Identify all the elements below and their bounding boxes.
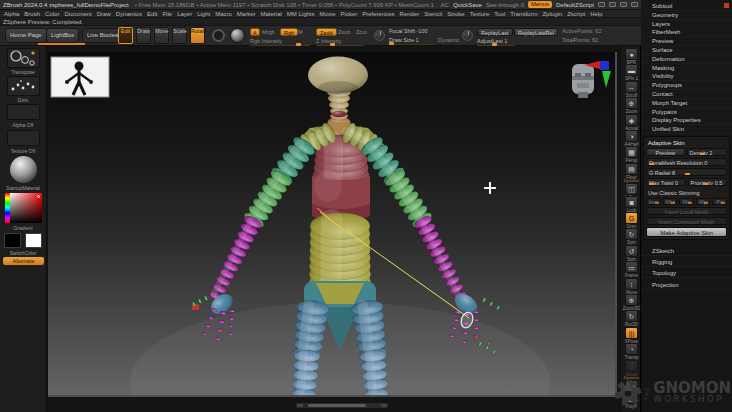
canvas-scrollbar[interactable] xyxy=(296,403,388,408)
saturation-value-square[interactable] xyxy=(10,193,42,223)
use-classic-skinning-label[interactable]: Use Classic Skinning xyxy=(646,190,700,196)
proximity-slider[interactable]: Proximity 0.5 xyxy=(688,178,728,186)
density-slider[interactable]: Density 2 xyxy=(687,148,728,156)
screen-layout-icon[interactable] xyxy=(598,2,605,7)
menu-alpha[interactable]: Alpha xyxy=(4,11,19,17)
menu-dynamics[interactable]: Dynamics xyxy=(116,11,142,17)
tool-panel-section-geometry[interactable]: Geometry xyxy=(641,11,732,20)
tool-panel-section-zsketch[interactable]: ZSketch xyxy=(641,246,732,256)
menu-tool[interactable]: Tool xyxy=(494,11,505,17)
bpr-shelf-button[interactable]: ●BPR xyxy=(621,48,642,65)
tool-panel-section-layers[interactable]: Layers xyxy=(641,20,732,29)
menu-draw[interactable]: Draw xyxy=(97,11,111,17)
menu-macro[interactable]: Macro xyxy=(215,11,232,17)
alpha-thumbnail[interactable] xyxy=(7,104,40,120)
scale-mode-button[interactable]: Scale xyxy=(172,27,187,44)
replay-last-button[interactable]: ReplayLast xyxy=(477,28,513,36)
edit-mode-button[interactable]: Edit xyxy=(118,27,133,44)
rgb-toggle[interactable]: Rgb xyxy=(280,28,298,36)
menu-light[interactable]: Light xyxy=(197,11,210,17)
menu-help[interactable]: Help xyxy=(590,11,602,17)
tool-panel-section-polygroups[interactable]: Polygroups xyxy=(641,81,732,90)
transp-shelf-button[interactable]: ◔Transp xyxy=(621,343,642,360)
draw-size-knob[interactable] xyxy=(374,30,385,41)
menu-mm-lights[interactable]: MM Lights xyxy=(287,11,315,17)
spin-shelf-button[interactable]: ↻Spin xyxy=(621,228,642,245)
menu-picker[interactable]: Picker xyxy=(341,11,358,17)
screen-layout2-icon[interactable] xyxy=(609,2,616,7)
menu-render[interactable]: Render xyxy=(400,11,420,17)
secondary-color-swatch[interactable] xyxy=(25,233,42,248)
tool-panel-section-polypaint[interactable]: Polypaint xyxy=(641,108,732,117)
aahalf-shelf-button[interactable]: ◑AAHalf xyxy=(621,130,642,147)
zoom-shelf-button[interactable]: ⊕Zoom xyxy=(621,97,642,114)
tool-panel-section-topology[interactable]: Topology xyxy=(641,268,732,278)
zoom3d-shelf-button[interactable]: ⊕Zoom3D xyxy=(621,294,642,311)
default-zscript-button[interactable]: DefaultZScript xyxy=(556,2,594,8)
rgb-intensity-slider[interactable]: Rgb Intensity xyxy=(250,38,282,44)
adaptive-preview-button[interactable]: Preview xyxy=(646,148,685,156)
classic-option-mbr[interactable]: Mbr xyxy=(663,198,678,205)
main-color-swatch[interactable] xyxy=(4,233,21,248)
tool-panel-section-unified-skin[interactable]: Unified Skin xyxy=(641,125,732,134)
tool-panel-section-contact[interactable]: Contact xyxy=(641,90,732,99)
current-tool-thumbnail[interactable] xyxy=(7,48,40,68)
material-thumbnail[interactable] xyxy=(10,156,37,183)
move-shelf-button[interactable]: ↕Move xyxy=(621,278,642,295)
menu-document[interactable]: Document xyxy=(64,11,91,17)
zsub-toggle[interactable]: Zsub xyxy=(338,29,350,35)
menu-movie[interactable]: Movie xyxy=(320,11,336,17)
menu-layer[interactable]: Layer xyxy=(177,11,192,17)
canvas-area[interactable] xyxy=(47,46,620,412)
menu-stroke[interactable]: Stroke xyxy=(447,11,464,17)
menu-edit[interactable]: Edit xyxy=(147,11,157,17)
actual-shelf-button[interactable]: ◈Actual xyxy=(621,114,642,131)
menu-color[interactable]: Color xyxy=(45,11,59,17)
g-radial-slider[interactable]: G Radial 8 xyxy=(646,168,727,176)
dynamic-toggle[interactable]: Dynamic xyxy=(438,37,459,43)
menu-brush[interactable]: Brush xyxy=(24,11,40,17)
quicksave-button[interactable]: QuickSave xyxy=(453,2,482,8)
menu-transform[interactable]: Transform xyxy=(510,11,537,17)
tool-panel-section-rigging[interactable]: Rigging xyxy=(641,257,732,267)
menu-preferences[interactable]: Preferences xyxy=(362,11,394,17)
focal-shift-slider[interactable]: Focal Shift -100 xyxy=(389,28,428,34)
replay-last-rel-button[interactable]: ReplayLastRel xyxy=(514,28,558,36)
move-mode-button[interactable]: Move xyxy=(154,27,169,44)
max-twist-slider[interactable]: Max Twist 0 xyxy=(646,178,686,186)
lightbox-button[interactable]: LightBox xyxy=(46,28,79,43)
z-intensity-slider[interactable]: Z Intensity xyxy=(316,38,341,44)
tool-panel-section-display-properties[interactable]: Display Properties xyxy=(641,116,732,125)
color-picker[interactable] xyxy=(5,193,42,223)
tool-panel-section-surface[interactable]: Surface xyxy=(641,46,732,55)
rotate-mode-button[interactable]: Rotate xyxy=(190,27,205,44)
pen-icon[interactable] xyxy=(631,2,638,7)
m-toggle[interactable]: M xyxy=(298,29,303,35)
tool-panel-section-subtool[interactable]: Subtool xyxy=(641,2,732,11)
brush-ring-icon[interactable] xyxy=(212,29,225,42)
tool-panel-section-visibility[interactable]: Visibility xyxy=(641,72,732,81)
menu-zplugin[interactable]: Zplugin xyxy=(542,11,562,17)
tool-panel-section-morph-target[interactable]: Morph Target xyxy=(641,99,732,108)
canvas-document[interactable] xyxy=(48,52,617,397)
insert-connector-mesh-button[interactable]: Insert Connector Mesh xyxy=(646,217,727,225)
dynamesh-resolution-slider[interactable]: DynaMesh Resolution 0 xyxy=(646,158,727,166)
scroll-shelf-button[interactable]: ↔Scroll xyxy=(621,81,642,98)
stroke-thumbnail[interactable] xyxy=(7,76,40,96)
mrgb-toggle[interactable]: Mrgb xyxy=(262,29,275,35)
persp-shelf-button[interactable]: ▦Persp xyxy=(621,146,642,163)
tool-panel-section-preview[interactable]: Preview xyxy=(641,37,732,46)
menu-texture[interactable]: Texture xyxy=(470,11,490,17)
spix-1-shelf-button[interactable]: ▬SPix 1 xyxy=(621,64,642,81)
spin-shelf-button[interactable]: ↺Spin xyxy=(621,245,642,262)
menu-file[interactable]: File xyxy=(162,11,172,17)
scrollbar-handle[interactable] xyxy=(308,404,366,407)
tool-panel-section-deformation[interactable]: Deformation xyxy=(641,55,732,64)
zcut-toggle[interactable]: Zcut xyxy=(356,29,367,35)
menus-button[interactable]: Menus xyxy=(528,1,552,8)
frame-shelf-button[interactable]: ▭Frame xyxy=(621,261,642,278)
material-sphere-icon[interactable] xyxy=(230,28,245,43)
tool-panel-section-projection[interactable]: Projection xyxy=(641,280,732,290)
menu-stencil[interactable]: Stencil xyxy=(424,11,442,17)
draw-mode-button[interactable]: Draw xyxy=(136,27,151,44)
